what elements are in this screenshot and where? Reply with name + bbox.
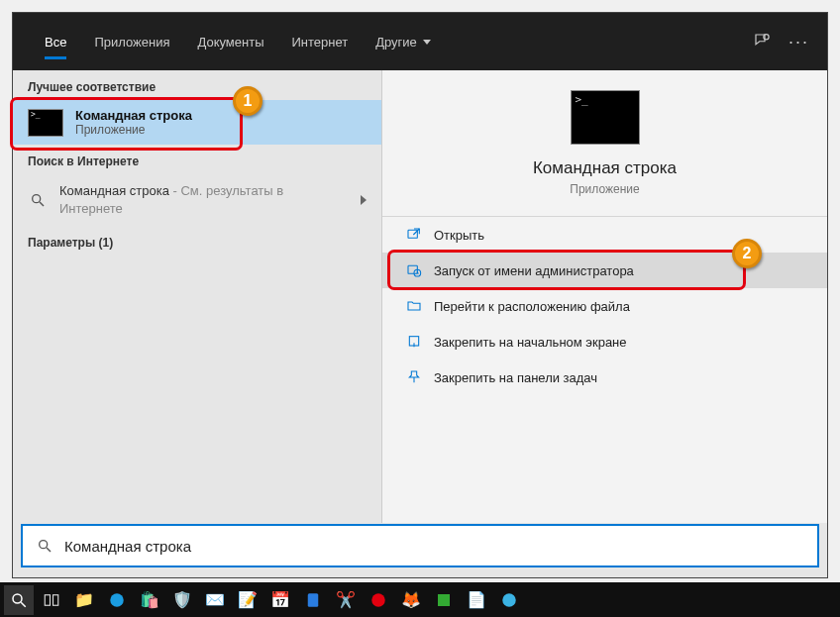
action-pin-start[interactable]: Закрепить на начальном экране — [382, 324, 827, 360]
svg-point-17 — [502, 593, 516, 607]
best-match-header: Лучшее соответствие — [13, 70, 381, 100]
header-tabs: Все Приложения Документы Интернет Другие… — [13, 13, 827, 70]
taskbar-calculator-icon[interactable] — [298, 585, 328, 615]
taskbar-snip-icon[interactable]: ✂️ — [331, 585, 361, 615]
svg-point-9 — [13, 594, 22, 603]
actions-list: Открыть Запуск от имени администратора 2… — [382, 217, 827, 395]
taskbar-qb-icon[interactable] — [494, 585, 524, 615]
tab-more[interactable]: Другие — [362, 25, 445, 59]
taskbar-store-icon[interactable]: 🛍️ — [135, 585, 164, 615]
action-pin-taskbar-label: Закрепить на панели задач — [434, 370, 597, 385]
chevron-down-icon — [423, 40, 431, 45]
taskbar-opera-icon[interactable] — [364, 585, 393, 615]
action-location-label: Перейти к расположению файла — [434, 299, 630, 314]
preview-pane: Командная строка Приложение Открыть Запу… — [381, 70, 827, 523]
svg-point-15 — [371, 593, 385, 607]
cmd-icon — [28, 109, 63, 137]
svg-rect-12 — [53, 594, 58, 605]
pin-taskbar-icon — [406, 369, 422, 385]
best-match-item[interactable]: Командная строка Приложение 1 — [13, 100, 381, 145]
web-result-item[interactable]: Командная строка - См. результаты в Инте… — [13, 174, 381, 226]
taskbar-search-button[interactable] — [4, 585, 34, 615]
cmd-large-icon — [571, 90, 640, 145]
svg-line-8 — [47, 548, 51, 552]
preview-subtitle: Приложение — [570, 182, 639, 196]
results-pane: Лучшее соответствие Командная строка При… — [13, 70, 381, 523]
taskbar-edge-icon[interactable] — [102, 585, 132, 615]
action-pin-start-label: Закрепить на начальном экране — [434, 335, 627, 350]
tab-documents[interactable]: Документы — [183, 25, 277, 59]
annotation-badge-2: 2 — [732, 239, 762, 268]
svg-rect-3 — [408, 230, 417, 238]
pin-start-icon — [406, 334, 422, 350]
windows-search-panel: Все Приложения Документы Интернет Другие… — [12, 12, 828, 578]
svg-line-2 — [40, 202, 44, 206]
svg-rect-16 — [438, 594, 450, 606]
folder-icon — [406, 298, 422, 314]
feedback-icon[interactable] — [753, 32, 771, 52]
taskbar-security-icon[interactable]: 🛡️ — [167, 585, 197, 615]
taskbar-mail-icon[interactable]: ✉️ — [200, 585, 230, 615]
best-match-title: Командная строка — [75, 108, 192, 123]
search-input[interactable] — [64, 538, 805, 555]
best-match-subtitle: Приложение — [75, 123, 192, 137]
taskbar-doc-icon[interactable]: 📄 — [462, 585, 491, 615]
action-run-as-admin[interactable]: Запуск от имени администратора 2 — [382, 253, 827, 288]
search-icon — [35, 536, 54, 556]
annotation-badge-1: 1 — [233, 86, 262, 116]
svg-line-10 — [21, 602, 26, 607]
taskbar-app-icon[interactable] — [429, 585, 459, 615]
action-pin-taskbar[interactable]: Закрепить на панели задач — [382, 360, 827, 395]
search-bar[interactable] — [21, 524, 819, 567]
search-body: Лучшее соответствие Командная строка При… — [13, 70, 827, 523]
admin-icon — [406, 262, 422, 278]
taskbar: 📁 🛍️ 🛡️ ✉️ 📝 📅 ✂️ 🦊 📄 — [0, 582, 840, 617]
taskbar-calendar-icon[interactable]: 📅 — [265, 585, 295, 615]
svg-rect-14 — [308, 593, 319, 607]
open-icon — [406, 227, 422, 243]
more-options-button[interactable]: ··· — [788, 32, 809, 52]
tab-apps[interactable]: Приложения — [80, 25, 183, 59]
tab-all[interactable]: Все — [31, 25, 80, 59]
action-admin-label: Запуск от имени администратора — [434, 263, 634, 278]
taskbar-explorer-icon[interactable]: 📁 — [69, 585, 99, 615]
svg-point-1 — [33, 195, 41, 203]
action-open-location[interactable]: Перейти к расположению файла — [382, 288, 827, 324]
chevron-right-icon — [361, 195, 367, 205]
svg-rect-11 — [45, 594, 50, 605]
taskbar-firefox-icon[interactable]: 🦊 — [396, 585, 426, 615]
svg-point-7 — [40, 541, 48, 549]
svg-point-13 — [110, 593, 124, 607]
web-search-header: Поиск в Интернете — [13, 145, 381, 174]
taskbar-notepad-icon[interactable]: 📝 — [233, 585, 262, 615]
search-icon — [28, 190, 48, 210]
action-open-label: Открыть — [434, 228, 484, 243]
parameters-header: Параметры (1) — [13, 226, 381, 256]
tab-web[interactable]: Интернет — [277, 25, 362, 59]
preview-title: Командная строка — [533, 158, 677, 178]
taskbar-task-view[interactable] — [37, 585, 66, 615]
web-result-text: Командная строка - См. результаты в Инте… — [59, 182, 349, 218]
